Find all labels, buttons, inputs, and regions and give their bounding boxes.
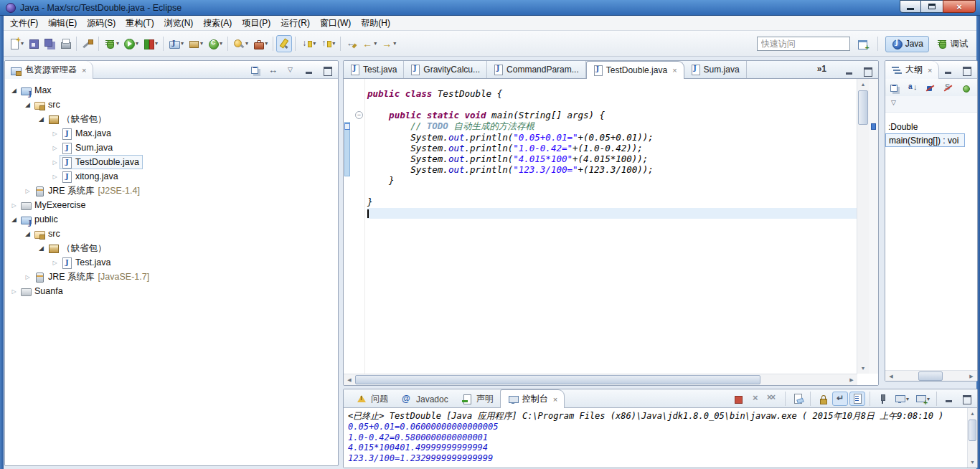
menu-run[interactable]: 运行(R) (275, 16, 315, 31)
code-line[interactable] (367, 99, 857, 110)
code-line[interactable]: // TODO 自动生成的方法存根 (367, 120, 857, 131)
console-vertical-scrollbar[interactable]: ▲ ▼ (967, 408, 977, 468)
expand-arrow-icon[interactable]: ▷ (50, 260, 60, 266)
editor-vertical-scrollbar[interactable]: ▲ ▼ (857, 79, 869, 374)
code-line[interactable]: } (367, 175, 857, 186)
scroll-up-icon[interactable]: ▲ (968, 408, 977, 419)
tree-item-public[interactable]: ◢public (5, 212, 338, 227)
editor-horizontal-scrollbar[interactable]: ◀ ▶ (344, 374, 857, 385)
view-menu-button[interactable] (887, 96, 903, 110)
editor-tab-sum-java[interactable]: Sum.java (684, 61, 747, 78)
scroll-right-icon[interactable]: ▶ (966, 371, 977, 382)
expand-arrow-icon[interactable]: ▷ (23, 188, 32, 194)
last-edit-location-button[interactable] (344, 35, 359, 52)
tree-item-max-java[interactable]: ▷Max.java (5, 126, 338, 141)
close-tab-icon[interactable]: × (672, 66, 677, 75)
console-view-tab-declaration[interactable]: 声明 (455, 391, 500, 407)
tree-item-testdouble-java[interactable]: ▷TestDouble.java (5, 155, 338, 169)
tree-item-jre-j2se[interactable]: ▷JRE 系统库[J2SE-1.4] (5, 184, 338, 198)
tree-item-myexeercise[interactable]: ▷MyExeercise (5, 198, 338, 212)
collapse-arrow-icon[interactable]: ◢ (9, 87, 19, 94)
menu-file[interactable]: 文件(F) (5, 16, 43, 31)
code-line[interactable]: } (367, 196, 857, 207)
scrollbar-thumb[interactable] (969, 420, 976, 441)
build-all-button[interactable] (80, 35, 95, 52)
mark-occurrences-button[interactable] (276, 35, 292, 52)
perspective-java-button[interactable]: Java (885, 36, 929, 52)
tree-item-src-max[interactable]: ◢src (5, 98, 338, 112)
save-all-button[interactable] (42, 35, 57, 52)
open-console-button[interactable]: ▾ (913, 392, 932, 406)
menu-help[interactable]: 帮助(H) (356, 16, 395, 31)
menu-edit[interactable]: 编辑(E) (43, 16, 82, 31)
scroll-left-icon[interactable]: ◀ (885, 371, 897, 382)
quick-access-input[interactable] (757, 37, 850, 51)
console-view-tab-console[interactable]: 控制台× (500, 389, 565, 408)
maximize-view-button[interactable] (958, 63, 974, 77)
menu-refactor[interactable]: 重构(T) (121, 16, 159, 31)
run-button[interactable]: ▾ (121, 35, 141, 52)
tree-item-jre-javase[interactable]: ▷JRE 系统库[JavaSE-1.7] (5, 270, 338, 284)
tree-item-test-java[interactable]: ▷Test.java (5, 255, 338, 270)
terminate-button[interactable] (730, 392, 746, 406)
package-explorer-tab[interactable]: 包资源管理器 × (5, 61, 93, 79)
scroll-down-icon[interactable]: ▼ (857, 363, 869, 374)
new-wizard-button[interactable]: ▾ (6, 35, 26, 52)
code-line[interactable]: System.out.println("4.015*100"+(4.015*10… (367, 153, 857, 164)
tree-item-default-package-max[interactable]: ◢（缺省包） (5, 112, 338, 126)
code-line[interactable]: public static void main(String[] args) { (367, 110, 857, 120)
expand-arrow-icon[interactable]: ▷ (50, 131, 60, 137)
new-java-project-button[interactable]: ▾ (166, 35, 186, 52)
perspective-debug-button[interactable]: 调试 (930, 36, 974, 52)
menu-search[interactable]: 搜索(A) (198, 16, 237, 31)
menu-window[interactable]: 窗口(W) (315, 16, 356, 31)
print-button[interactable] (57, 35, 73, 52)
tab-overflow-indicator[interactable]: »1 (817, 64, 826, 74)
code-line[interactable]: System.out.println("123.3/100="+(123.3/1… (367, 164, 857, 175)
expand-arrow-icon[interactable]: ▷ (50, 174, 60, 180)
scrollbar-thumb[interactable] (858, 90, 868, 125)
minimize-view-button[interactable] (941, 63, 956, 77)
tree-item-max[interactable]: ◢Max (5, 83, 338, 98)
collapse-arrow-icon[interactable]: ◢ (23, 101, 32, 108)
occurrence-mark[interactable] (871, 123, 876, 130)
expand-arrow-icon[interactable]: ▷ (23, 274, 32, 280)
new-package-button[interactable]: ▾ (186, 35, 205, 52)
display-selected-console-button[interactable]: ▾ (892, 392, 911, 406)
maximize-view-button[interactable] (319, 63, 335, 77)
tree-item-default-package-public[interactable]: ◢（缺省包） (5, 241, 338, 255)
expand-arrow-icon[interactable]: ▷ (50, 145, 60, 151)
code-line[interactable]: System.out.println("0.05+0.01="+(0.05+0.… (367, 132, 857, 143)
close-view-icon[interactable]: × (82, 66, 86, 75)
next-annotation-button[interactable]: ▾ (298, 35, 318, 52)
collapse-arrow-icon[interactable]: ◢ (37, 115, 46, 123)
view-menu-button[interactable] (283, 63, 299, 77)
overview-ruler[interactable] (869, 79, 878, 374)
close-button[interactable]: × (943, 0, 976, 13)
new-class-button[interactable]: ▾ (205, 35, 225, 52)
code-editor[interactable]: public class TestDouble { public static … (365, 79, 857, 374)
open-perspective-button[interactable] (854, 35, 870, 52)
minimize-button[interactable] (900, 0, 921, 13)
expand-arrow-icon[interactable]: ▷ (9, 288, 19, 295)
collapse-arrow-icon[interactable]: ◢ (23, 230, 32, 237)
tree-item-src-public[interactable]: ◢src (5, 227, 338, 241)
back-history-button[interactable]: ▾ (359, 35, 379, 52)
word-wrap-button[interactable] (832, 392, 848, 406)
maximize-button[interactable] (921, 0, 943, 13)
editor-tab-testdouble-java[interactable]: TestDouble.java× (586, 61, 684, 79)
code-line[interactable] (367, 186, 857, 196)
debug-button[interactable]: ▾ (102, 35, 121, 52)
previous-annotation-button[interactable]: ▾ (318, 35, 337, 52)
maximize-editor-button[interactable] (859, 64, 875, 78)
console-output[interactable]: <已终止> TestDouble [Java 应用程序] C:\Program … (344, 408, 967, 468)
code-line[interactable]: public class TestDouble { (367, 88, 857, 99)
hide-non-public-members-button[interactable] (958, 81, 974, 95)
scrollbar-thumb[interactable] (918, 371, 943, 381)
close-tab-icon[interactable]: × (553, 395, 557, 404)
tree-item-sum-java[interactable]: ▷Sum.java (5, 141, 338, 155)
save-button[interactable] (26, 35, 42, 52)
external-tools-button[interactable]: ▾ (250, 35, 270, 52)
editor-tab-gravitycalcu[interactable]: GravityCalcu... (404, 61, 487, 78)
collapse-arrow-icon[interactable]: ◢ (37, 245, 46, 252)
